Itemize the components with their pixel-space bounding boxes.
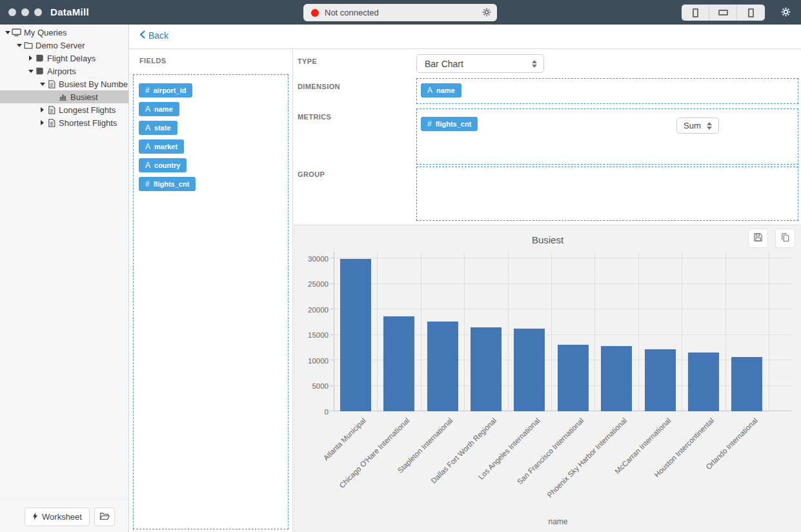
fields-panel: FIELDS #airport_idAnameAstateAmarketAcou…: [129, 49, 293, 532]
y-tick-label: 10000: [296, 357, 329, 365]
x-tick-label: Phoenix Sky Harbor International: [546, 416, 629, 499]
horizontal-gridline: [334, 309, 791, 309]
y-tick-mark: [330, 360, 334, 360]
worksheet-button[interactable]: Worksheet: [25, 507, 90, 526]
copy-chart-button[interactable]: [775, 229, 795, 248]
select-arrows-icon: [707, 122, 712, 130]
vertical-gridline: [725, 252, 726, 411]
bar-orlando-international: [731, 357, 762, 411]
chart-title: Busiest: [294, 234, 801, 245]
caret-down-icon[interactable]: [4, 31, 11, 34]
tree-item-flight-delays[interactable]: Flight Delays: [0, 52, 128, 65]
field-chip-state[interactable]: Astate: [139, 121, 177, 135]
worksheet-button-label: Worksheet: [42, 512, 82, 522]
tree-item-longest-flights[interactable]: Longest Flights: [0, 103, 128, 116]
fields-drop-zone[interactable]: #airport_idAnameAstateAmarketAcountry#fl…: [133, 74, 289, 529]
lightning-bolt-icon: [32, 512, 38, 522]
y-tick-label: 20000: [296, 306, 329, 314]
toggle-right-panel-button[interactable]: [737, 5, 765, 21]
window-minimize-button[interactable]: [21, 8, 29, 16]
left-panel-icon: [693, 8, 698, 17]
window-zoom-button[interactable]: [34, 8, 42, 16]
save-chart-button[interactable]: [748, 229, 768, 248]
metrics-label: METRICS: [298, 113, 331, 121]
vertical-gridline: [377, 252, 378, 411]
tree-item-busiest-by-numbe[interactable]: Busiest By Numbe: [0, 77, 128, 90]
caret-right-icon[interactable]: [39, 120, 46, 125]
chart-type-value: Bar Chart: [417, 59, 532, 69]
vertical-gridline: [638, 252, 639, 411]
fields-panel-title: FIELDS: [139, 57, 167, 65]
right-panel-icon: [748, 8, 754, 17]
caret-down-icon[interactable]: [39, 83, 46, 86]
x-tick-label: Chicago O'Hare International: [338, 416, 411, 489]
field-chip-flights_cnt[interactable]: #flights_cnt: [139, 177, 196, 191]
text-type-icon: A: [145, 123, 150, 132]
field-chip-label: flights_cnt: [154, 180, 190, 188]
x-axis-title: name: [334, 517, 782, 526]
connection-gear-icon[interactable]: [482, 8, 491, 19]
metrics-drop-zone[interactable]: #flights_cnt Sum: [416, 108, 798, 165]
back-button[interactable]: Back: [139, 30, 168, 41]
open-folder-icon: [99, 512, 110, 522]
tree-item-label: Flight Delays: [47, 54, 96, 63]
y-tick-label: 25000: [296, 280, 329, 288]
toggle-left-panel-button[interactable]: [682, 5, 709, 21]
caret-down-icon[interactable]: [27, 70, 34, 73]
horizontal-gridline: [334, 258, 791, 258]
tree-item-label: Demo Server: [35, 41, 85, 50]
chart-type-select[interactable]: Bar Chart: [416, 54, 544, 73]
status-dot-icon: [311, 9, 319, 17]
field-chip-market[interactable]: Amarket: [139, 139, 184, 154]
tree-item-demo-server[interactable]: Demo Server: [0, 39, 128, 52]
number-type-icon: #: [145, 86, 150, 95]
field-chip-label: airport_id: [154, 87, 187, 94]
bar-dallas-fort-worth-regional: [471, 327, 502, 411]
aggregation-value: Sum: [677, 121, 707, 130]
folder-icon: [23, 41, 33, 49]
notebook-icon: [35, 54, 45, 62]
text-type-icon: A: [145, 142, 150, 151]
tree-item-label: Busiest: [70, 92, 98, 102]
group-label: GROUP: [298, 170, 325, 178]
tree-item-my-queries[interactable]: My Queries: [0, 26, 128, 39]
caret-right-icon[interactable]: [39, 107, 46, 112]
field-chip-label: country: [154, 161, 180, 169]
vertical-gridline: [334, 252, 334, 411]
field-chip-name[interactable]: Aname: [421, 83, 461, 97]
field-chip-label: state: [154, 124, 171, 132]
caret-down-icon[interactable]: [15, 44, 23, 47]
select-arrows-icon: [532, 60, 537, 68]
sidebar-footer: Worksheet: [0, 499, 128, 532]
tree-item-airports[interactable]: Airports: [0, 65, 128, 77]
caret-right-icon[interactable]: [27, 56, 34, 61]
field-chip-country[interactable]: Acountry: [139, 158, 187, 172]
bar-stapleton-international: [427, 322, 458, 411]
y-tick-label: 15000: [296, 331, 329, 339]
connection-status-button[interactable]: Not connected: [303, 4, 497, 21]
y-tick-mark: [330, 334, 334, 335]
window-close-button[interactable]: [8, 8, 16, 16]
toggle-bottom-panel-button[interactable]: [709, 5, 737, 21]
group-drop-zone[interactable]: [416, 167, 798, 221]
bar-mccarran-international: [645, 349, 676, 411]
field-chip-label: flights_cnt: [436, 120, 472, 128]
field-chip-label: name: [154, 105, 173, 113]
aggregation-select[interactable]: Sum: [676, 118, 719, 134]
open-folder-button[interactable]: [94, 507, 115, 526]
tree-item-busiest[interactable]: Busiest: [0, 90, 128, 103]
x-tick-label: Orlando International: [704, 416, 758, 471]
tree-item-shortest-flights[interactable]: Shortest Flights: [0, 116, 128, 129]
field-chip-airport_id[interactable]: #airport_id: [139, 83, 192, 97]
field-chip-flights_cnt[interactable]: #flights_cnt: [421, 117, 478, 131]
y-tick-label: 0: [296, 408, 329, 416]
connection-status-label: Not connected: [325, 8, 379, 17]
tree-item-label: Longest Flights: [59, 105, 116, 115]
floppy-disk-icon: [753, 232, 763, 245]
settings-gear-icon[interactable]: [781, 7, 791, 19]
field-chip-name[interactable]: Aname: [139, 102, 179, 116]
top-toolbar: Back: [129, 25, 801, 49]
dimension-drop-zone[interactable]: Aname: [416, 78, 798, 104]
vertical-gridline: [464, 252, 465, 411]
chart-result-panel: Busiest 050001000015000200002500030000 A…: [294, 225, 801, 532]
